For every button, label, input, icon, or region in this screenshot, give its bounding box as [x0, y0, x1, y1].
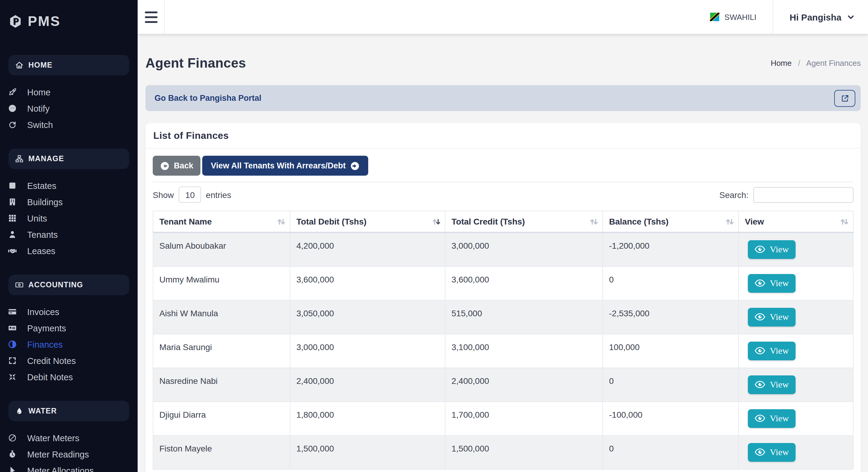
- rocket-icon: [8, 88, 17, 97]
- divider: [153, 182, 854, 182]
- sidebar-item-payments[interactable]: Payments: [0, 320, 137, 336]
- tenant-name-cell: Salum Aboubakar: [153, 232, 290, 266]
- language-switcher[interactable]: SWAHILI: [710, 0, 773, 34]
- handshake-icon: [8, 246, 17, 255]
- section-header-manage: MANAGE: [8, 149, 129, 169]
- view-cell: View: [739, 300, 853, 334]
- total-debit-cell: 4,200,000: [290, 232, 445, 266]
- sidebar-item-label: Debit Notes: [27, 372, 73, 382]
- view-button-label: View: [770, 379, 788, 389]
- external-link-icon: [840, 94, 849, 102]
- sidebar-item-label: Leases: [27, 246, 56, 256]
- sidebar-item-tenants[interactable]: Tenants: [0, 226, 137, 243]
- sidebar-section-accounting: ACCOUNTING Invoices Payments Finances Cr…: [0, 275, 137, 401]
- total-debit-cell: 1,800,000: [290, 401, 445, 435]
- breadcrumb-home-link[interactable]: Home: [771, 59, 792, 68]
- view-button[interactable]: View: [748, 240, 796, 259]
- balance-cell: -1,200,000: [603, 232, 739, 266]
- topbar: SWAHILI Hi Pangisha: [137, 0, 868, 34]
- tenant-name-cell: Maria Sarungi: [153, 334, 290, 368]
- back-button[interactable]: Back: [153, 156, 201, 176]
- half-circle-icon: [8, 340, 17, 349]
- sidebar-item-label: Water Meters: [27, 433, 80, 443]
- sidebar-item-home[interactable]: Home: [0, 84, 137, 100]
- sidebar-item-leases[interactable]: Leases: [0, 243, 137, 259]
- column-header-tenant-name[interactable]: Tenant Name: [153, 211, 290, 232]
- sort-icon: [589, 218, 599, 226]
- sidebar-item-credit-notes[interactable]: Credit Notes: [0, 352, 137, 369]
- sidebar-item-label: Payments: [27, 323, 66, 333]
- entries-label: entries: [206, 190, 231, 199]
- sidebar-item-debit-notes[interactable]: Debit Notes: [0, 369, 137, 385]
- sidebar-section-water: WATER Water Meters Meter Readings Meter …: [0, 401, 137, 472]
- view-button[interactable]: View: [748, 308, 796, 326]
- sort-icon: [840, 218, 849, 226]
- circle-arrow-right-icon: [350, 161, 360, 170]
- view-arrears-button[interactable]: View All Tenants With Arrears/Debt: [203, 156, 368, 176]
- user-menu[interactable]: Hi Pangisha: [773, 0, 868, 34]
- messenger-icon: [8, 104, 17, 113]
- view-button-label: View: [770, 447, 788, 457]
- view-button[interactable]: View: [748, 409, 796, 428]
- column-header-view[interactable]: View: [739, 211, 853, 232]
- card-header: List of Finances: [146, 123, 861, 149]
- pointer-icon: [8, 466, 17, 472]
- sidebar-item-label: Notify: [27, 103, 50, 113]
- sidebar-nav: HOME Home Notify Switch MANAGE Est: [0, 34, 137, 472]
- sidebar-item-finances[interactable]: Finances: [0, 336, 137, 352]
- view-button[interactable]: View: [748, 443, 796, 462]
- back-button-label: Back: [174, 161, 193, 170]
- topbar-divider: [164, 0, 165, 34]
- entries-count-input[interactable]: [179, 187, 201, 203]
- breadcrumb-current: Agent Finances: [806, 59, 861, 68]
- balance-cell: -100,000: [603, 401, 739, 435]
- sidebar-item-meter-allocations[interactable]: Meter Allocations: [0, 462, 137, 472]
- sidebar-item-notify[interactable]: Notify: [0, 100, 137, 117]
- view-button[interactable]: View: [748, 274, 796, 292]
- section-header-home: HOME: [8, 55, 129, 75]
- sidebar-item-invoices[interactable]: Invoices: [0, 304, 137, 320]
- sidebar-item-label: Estates: [27, 181, 56, 190]
- sidebar-item-water-meters[interactable]: Water Meters: [0, 430, 137, 446]
- compress-arrows-icon: [8, 372, 17, 381]
- open-portal-button[interactable]: [834, 90, 855, 106]
- total-credit-cell: 515,000: [445, 300, 603, 334]
- column-header-total-credit-tshs-[interactable]: Total Credit (Tshs): [445, 211, 603, 232]
- view-button[interactable]: View: [748, 375, 796, 394]
- column-header-balance-tshs-[interactable]: Balance (Tshs): [603, 211, 739, 232]
- meter-icon: [8, 433, 17, 442]
- sidebar-item-meter-readings[interactable]: Meter Readings: [0, 446, 137, 462]
- column-header-label: Total Debit (Tshs): [297, 217, 366, 226]
- total-debit-cell: 2,400,000: [290, 368, 445, 401]
- tanzania-flag-icon: [710, 13, 719, 21]
- sidebar-item-switch[interactable]: Switch: [0, 117, 137, 133]
- eye-icon: [754, 381, 765, 388]
- portal-alert: Go Back to Pangisha Portal: [146, 85, 861, 111]
- view-button-label: View: [770, 278, 788, 288]
- sidebar-item-buildings[interactable]: Buildings: [0, 194, 137, 210]
- view-cell: View: [739, 401, 853, 435]
- table-row: Maria Sarungi 3,000,000 3,100,000 100,00…: [153, 334, 853, 368]
- refresh-icon: [8, 120, 17, 129]
- logo[interactable]: PMS: [0, 0, 137, 34]
- table-controls: Show entries Search:: [153, 187, 854, 203]
- sidebar-item-units[interactable]: Units: [0, 210, 137, 226]
- portal-link[interactable]: Go Back to Pangisha Portal: [155, 94, 261, 103]
- balance-cell: 0: [603, 368, 739, 401]
- hamburger-menu-button[interactable]: [137, 0, 164, 34]
- table-row: Ummy Mwalimu 3,600,000 3,600,000 0 View: [153, 266, 853, 300]
- sidebar-item-label: Meter Allocations: [27, 466, 94, 472]
- section-label: WATER: [28, 407, 57, 415]
- arrears-button-label: View All Tenants With Arrears/Debt: [211, 161, 346, 170]
- sort-icon: [725, 218, 735, 226]
- app-root: PMS HOME Home Notify Switch MANAGE: [0, 0, 868, 472]
- money-check-icon: [8, 323, 17, 333]
- search-input[interactable]: [753, 187, 854, 202]
- table-row: Fiston Mayele 1,500,000 1,500,000 0 View: [153, 435, 853, 469]
- view-button[interactable]: View: [748, 341, 796, 360]
- sidebar-item-label: Buildings: [27, 197, 63, 207]
- page-title: Agent Finances: [146, 55, 246, 71]
- expand-arrows-icon: [8, 356, 17, 365]
- sidebar-item-estates[interactable]: Estates: [0, 178, 137, 194]
- column-header-total-debit-tshs-[interactable]: Total Debit (Tshs): [290, 211, 445, 232]
